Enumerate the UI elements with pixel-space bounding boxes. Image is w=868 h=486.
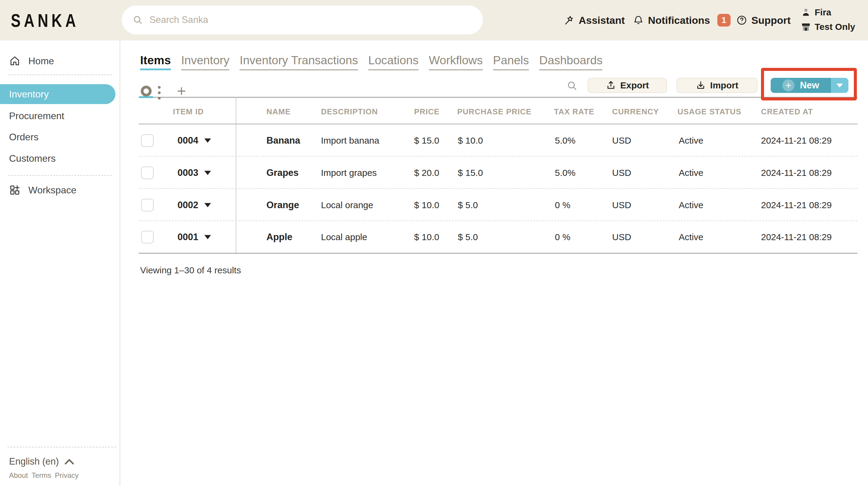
row-menu-caret-icon[interactable] [204,235,211,239]
workspace-grid-icon [9,184,21,196]
column-header-tax-rate[interactable]: TAX RATE [554,107,594,116]
tab-locations[interactable]: Locations [368,54,418,70]
cell-name: Apple [267,232,292,242]
cell-currency: USD [612,168,631,178]
user-menu[interactable]: Fira Test Only [801,5,855,34]
column-header-created-at[interactable]: CREATED AT [761,107,813,116]
notification-badge: 1 [717,14,731,27]
tab-workflows[interactable]: Workflows [429,54,483,70]
toolbar-divider-line [138,97,858,98]
link-terms[interactable]: Terms [32,471,51,480]
cell-description: Import banana [321,136,379,146]
sidebar-item-workspace[interactable]: Workspace [0,182,76,198]
import-label: Import [710,80,738,90]
sidebar-divider [8,75,112,75]
cell-purchase-price: $ 5.0 [458,200,478,210]
tab-panels[interactable]: Panels [493,54,529,70]
cell-name: Banana [267,135,300,146]
cell-usage-status: Active [679,168,704,178]
cell-tax-rate: 5.0% [555,136,575,146]
sidebar-item-label: Home [28,56,54,67]
cell-item-id: 0002 [178,200,198,210]
cell-purchase-price: $ 10.0 [458,136,483,146]
active-view-underline [139,96,153,98]
row-menu-caret-icon[interactable] [204,203,211,207]
global-search-input[interactable] [149,14,472,26]
view-options-kebab-icon[interactable] [158,86,161,99]
cell-tax-rate: 0 % [555,232,570,242]
cell-currency: USD [612,200,631,210]
search-icon [567,80,578,91]
table-bottom-line [138,253,858,254]
row-menu-caret-icon[interactable] [204,171,211,175]
view-tab-icon[interactable] [141,86,152,96]
tab-inventory[interactable]: Inventory [181,54,229,70]
column-header-usage-status[interactable]: USAGE STATUS [678,107,741,116]
cell-item-id: 0003 [178,167,198,178]
help-icon [736,15,747,26]
cell-tax-rate: 5.0% [555,168,575,178]
table-row: 0002 Orange Local orange $ 10.0 $ 5.0 0 … [138,189,858,221]
cell-item-id: 0004 [178,135,198,146]
app-logo: SANKA [11,0,79,40]
table-row: 0004 Banana Import banana $ 15.0 $ 10.0 … [138,124,858,156]
new-dropdown-button[interactable] [831,78,848,93]
export-button[interactable]: Export [588,78,667,93]
results-count: Viewing 1–30 of 4 results [140,265,241,276]
cell-created-at: 2024-11-21 08:29 [761,200,832,210]
export-label: Export [620,80,649,90]
column-header-item-id[interactable]: ITEM ID [151,107,204,116]
plus-circle-icon [782,79,795,91]
workspace-name: Test Only [815,22,855,32]
legal-links: About Terms Privacy [9,471,79,480]
language-label: English (en) [9,456,59,467]
top-header: SANKA Assistant Notifications 1 [0,0,868,40]
support-label: Support [751,15,790,26]
import-button[interactable]: Import [677,78,757,93]
table-row: 0003 Grapes Import grapes $ 20.0 $ 15.0 … [138,156,858,189]
sidebar-item-label: Inventory [9,89,49,100]
module-tabs: Items Inventory Inventory Transactions L… [140,54,602,70]
search-icon [133,15,143,25]
assistant-label: Assistant [579,15,625,26]
tab-items[interactable]: Items [140,54,171,70]
user-name: Fira [815,7,831,18]
sidebar-item-orders[interactable]: Orders [0,129,38,145]
row-menu-caret-icon[interactable] [204,139,211,143]
caret-down-icon [836,84,843,87]
global-search[interactable] [122,5,483,34]
cell-usage-status: Active [679,200,704,210]
sidebar-item-procurement[interactable]: Procurement [0,108,64,124]
sidebar-divider [8,175,112,176]
language-selector[interactable]: English (en) [9,454,74,469]
cell-price: $ 20.0 [414,168,439,178]
link-privacy[interactable]: Privacy [55,471,79,480]
cell-description: Import grapes [321,168,377,178]
sidebar-item-inventory[interactable]: Inventory [0,84,116,104]
column-header-description[interactable]: DESCRIPTION [321,107,378,116]
tab-dashboards[interactable]: Dashboards [539,54,602,70]
assistant-button[interactable]: Assistant [564,0,625,40]
column-header-purchase-price[interactable]: PURCHASE PRICE [457,107,532,116]
column-header-name[interactable]: NAME [267,107,291,116]
sidebar-item-customers[interactable]: Customers [0,150,56,166]
wand-icon [564,15,575,26]
add-view-button[interactable] [176,86,187,96]
sidebar-item-home[interactable]: Home [0,53,54,69]
sidebar: Home Inventory Procurement Orders Custom… [0,40,120,486]
column-header-price[interactable]: PRICE [414,107,439,116]
column-header-currency[interactable]: CURRENCY [612,107,659,116]
table-row: 0001 Apple Local apple $ 10.0 $ 5.0 0 % … [138,221,858,253]
cell-name: Grapes [267,167,299,178]
support-button[interactable]: Support [736,0,790,40]
workspace-store-icon [801,22,811,32]
link-about[interactable]: About [9,471,28,480]
home-icon [9,55,21,67]
tab-inventory-transactions[interactable]: Inventory Transactions [240,54,358,70]
sidebar-item-label: Orders [9,132,38,143]
table-search-button[interactable] [567,80,578,91]
cell-usage-status: Active [679,136,704,146]
new-button[interactable]: New [771,78,831,93]
notifications-button[interactable]: Notifications 1 [633,0,731,40]
cell-description: Local orange [321,200,373,210]
